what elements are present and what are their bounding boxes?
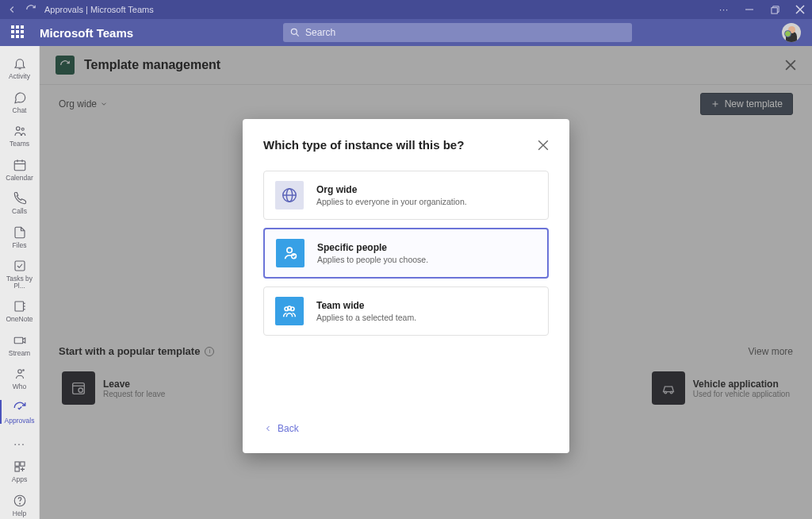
modal-close-icon[interactable]: [538, 140, 549, 151]
chat-icon: [12, 90, 28, 106]
rail-calls[interactable]: Calls: [0, 186, 40, 220]
svg-rect-6: [14, 160, 25, 170]
rail-who[interactable]: Who: [0, 361, 40, 395]
svg-point-16: [17, 370, 21, 374]
svg-point-17: [22, 370, 24, 371]
bell-icon: [12, 56, 28, 71]
rail-chat[interactable]: Chat: [0, 85, 40, 119]
svg-line-3: [297, 33, 299, 36]
refresh-icon[interactable]: [25, 4, 36, 15]
help-icon: [12, 493, 28, 509]
minimize-icon[interactable]: [744, 4, 755, 15]
app-name: Microsoft Teams: [40, 26, 133, 40]
maximize-icon[interactable]: [769, 4, 780, 15]
svg-rect-11: [15, 302, 24, 311]
search-icon: [289, 27, 301, 38]
file-icon: [12, 225, 28, 240]
rail-calendar[interactable]: Calendar: [0, 152, 40, 186]
svg-rect-20: [15, 467, 19, 471]
apps-icon: [12, 459, 28, 475]
option-org-wide[interactable]: Org wideApplies to everyone in your orga…: [263, 171, 549, 220]
window-title: Approvals | Microsoft Teams: [44, 5, 154, 14]
tasks-icon: [12, 258, 28, 274]
window-titlebar: Approvals | Microsoft Teams ···: [0, 0, 812, 19]
modal-title: Which type of instance will this be?: [263, 138, 464, 152]
rail-apps[interactable]: Apps: [0, 454, 40, 488]
rail-approvals[interactable]: Approvals: [0, 395, 40, 429]
instance-type-modal: Which type of instance will this be? Org…: [243, 119, 569, 453]
presence-available-icon: [784, 30, 791, 37]
rail-more[interactable]: ...: [13, 429, 25, 454]
svg-rect-15: [14, 337, 23, 344]
calendar-icon: [12, 157, 28, 173]
back-icon[interactable]: [6, 4, 17, 15]
svg-rect-10: [15, 261, 25, 271]
svg-point-22: [19, 503, 20, 504]
stream-icon: [12, 333, 28, 348]
search-input[interactable]: Search: [283, 23, 632, 42]
rail-files[interactable]: Files: [0, 220, 40, 254]
svg-point-31: [287, 248, 292, 252]
back-button[interactable]: Back: [263, 423, 549, 434]
svg-point-2: [291, 29, 297, 34]
option-team-wide[interactable]: Team wideApplies to a selected team.: [263, 286, 549, 336]
app-header: Microsoft Teams Search: [0, 19, 812, 46]
more-icon[interactable]: ···: [718, 4, 730, 15]
phone-icon: [12, 190, 28, 206]
globe-icon: [275, 181, 304, 210]
svg-rect-18: [15, 462, 19, 466]
left-rail: Activity Chat Teams Calendar Calls Files…: [0, 46, 40, 519]
team-icon: [275, 297, 304, 325]
teams-icon: [12, 123, 28, 139]
person-check-icon: [276, 239, 304, 267]
svg-point-5: [21, 128, 24, 130]
close-icon[interactable]: [795, 4, 806, 15]
who-icon: [12, 366, 28, 382]
svg-point-35: [288, 306, 292, 310]
svg-point-4: [16, 127, 20, 131]
rail-activity[interactable]: Activity: [0, 51, 40, 85]
rail-stream[interactable]: Stream: [0, 328, 40, 362]
onenote-icon: [12, 298, 28, 314]
svg-rect-19: [20, 462, 24, 466]
search-placeholder: Search: [305, 27, 335, 38]
rail-tasks[interactable]: Tasks by Pl...: [0, 253, 40, 294]
svg-rect-1: [771, 7, 776, 13]
approvals-icon: [12, 400, 28, 416]
app-launcher-icon[interactable]: [11, 25, 25, 40]
option-specific-people[interactable]: Specific peopleApplies to people you cho…: [263, 228, 549, 279]
rail-help[interactable]: Help: [0, 488, 40, 520]
rail-onenote[interactable]: OneNote: [0, 294, 40, 328]
rail-teams[interactable]: Teams: [0, 118, 40, 152]
chevron-left-icon: [263, 424, 273, 433]
